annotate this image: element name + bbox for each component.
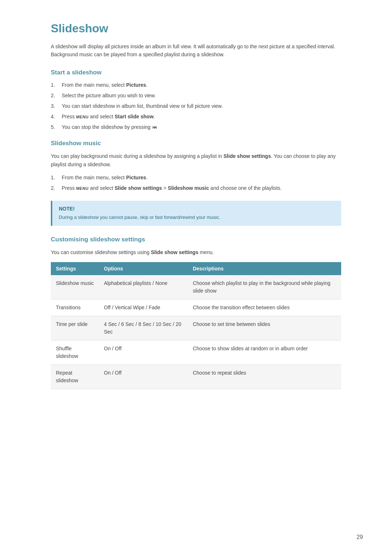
table-header-row: Settings Options Descriptions: [51, 262, 341, 275]
list-item: 3. You can start slideshow in album list…: [51, 102, 341, 110]
list-item: 2. Select the picture album you wish to …: [51, 92, 341, 99]
start-slideshow-heading: Start a slideshow: [51, 69, 341, 76]
options-cell: Alphabetical playlists / None: [99, 275, 188, 299]
slideshow-music-heading: Slideshow music: [51, 140, 341, 147]
note-text: During a slideshow you cannot pause, ski…: [59, 214, 335, 221]
page-title: Slideshow: [51, 22, 341, 35]
intro-text: A slideshow will display all pictures in…: [51, 42, 341, 59]
options-cell: Off / Vertical Wipe / Fade: [99, 299, 188, 316]
slideshow-music-list: 1. From the main menu, select Pictures. …: [51, 174, 341, 192]
list-item: 1. From the main menu, select Pictures.: [51, 81, 341, 89]
table-row: Slideshow musicAlphabetical playlists / …: [51, 275, 341, 299]
list-item: 1. From the main menu, select Pictures.: [51, 174, 341, 181]
options-cell: On / Off: [99, 364, 188, 389]
description-cell: Choose the transition effect between sli…: [188, 299, 341, 316]
setting-cell: Transitions: [51, 299, 99, 316]
description-cell: Choose to show slides at random or in al…: [188, 340, 341, 364]
table-row: Time per slide4 Sec / 6 Sec / 8 Sec / 10…: [51, 316, 341, 340]
options-cell: 4 Sec / 6 Sec / 8 Sec / 10 Sec / 20 Sec: [99, 316, 188, 340]
note-box: NOTE! During a slideshow you cannot paus…: [51, 201, 341, 226]
setting-cell: Slideshow music: [51, 275, 99, 299]
col-settings: Settings: [51, 262, 99, 275]
start-slideshow-list: 1. From the main menu, select Pictures. …: [51, 81, 341, 131]
list-item: 2. Press MENU and select Slide show sett…: [51, 184, 341, 192]
customising-heading: Customising slideshow settings: [51, 236, 341, 243]
settings-table: Settings Options Descriptions Slideshow …: [51, 262, 341, 389]
list-item: 5. You can stop the slideshow by pressin…: [51, 123, 341, 131]
description-cell: Choose to repeat slides: [188, 364, 341, 389]
setting-cell: Time per slide: [51, 316, 99, 340]
setting-cell: Shuffle slideshow: [51, 340, 99, 364]
list-item: 4. Press MENU and select Start slide sho…: [51, 113, 341, 121]
page-number: 29: [356, 534, 363, 540]
table-row: Shuffle slideshowOn / OffChoose to show …: [51, 340, 341, 364]
description-cell: Choose to set time between slides: [188, 316, 341, 340]
slideshow-music-body: You can play background music during a s…: [51, 152, 341, 169]
col-options: Options: [99, 262, 188, 275]
options-cell: On / Off: [99, 340, 188, 364]
table-row: Repeat slideshowOn / OffChoose to repeat…: [51, 364, 341, 389]
customising-body: You can customise slideshow settings usi…: [51, 248, 341, 257]
table-row: TransitionsOff / Vertical Wipe / FadeCho…: [51, 299, 341, 316]
setting-cell: Repeat slideshow: [51, 364, 99, 389]
description-cell: Choose which playlist to play in the bac…: [188, 275, 341, 299]
col-descriptions: Descriptions: [188, 262, 341, 275]
note-title: NOTE!: [59, 206, 335, 212]
